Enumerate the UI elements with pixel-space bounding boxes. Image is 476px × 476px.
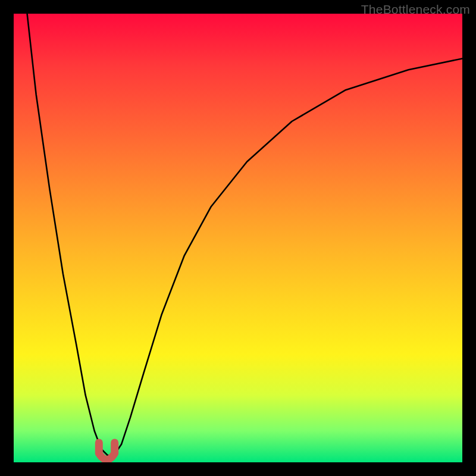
bottleneck-curve-path	[27, 14, 462, 456]
chart-svg	[14, 14, 462, 462]
watermark-text: TheBottleneck.com	[361, 2, 470, 17]
min-marker-path	[99, 443, 114, 460]
chart-plot-area	[14, 14, 462, 462]
